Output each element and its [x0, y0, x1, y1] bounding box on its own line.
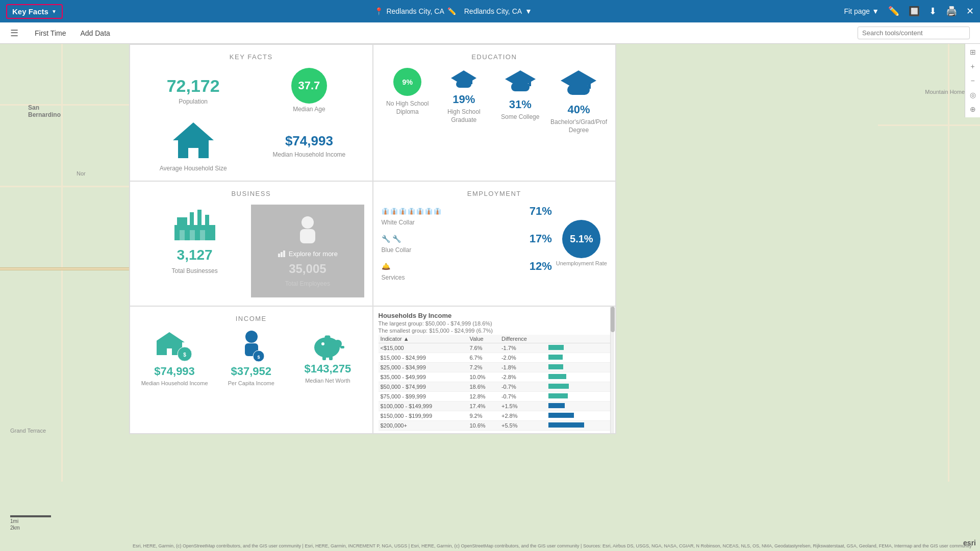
services-icons: 🛎️ [382, 262, 390, 271]
row-difference: -2.0% [499, 353, 546, 363]
hamburger-icon[interactable]: ☰ [10, 28, 18, 39]
business-left: 3,127 Total Businesses [138, 205, 251, 297]
explore-button[interactable]: Explore for more [278, 249, 338, 258]
scroll-track[interactable] [610, 307, 614, 433]
cap-college-icon [505, 68, 536, 96]
compass-icon[interactable]: ◎ [970, 91, 976, 99]
row-bar [546, 411, 610, 421]
key-facts-title: KEY FACTS [138, 53, 364, 61]
edu-no-hs: 9% No High School Diploma [382, 68, 434, 134]
grand-terrace-label: Grand Terrace [10, 428, 46, 434]
income-section: INCOME $ $74,993 Median Household Income [130, 306, 373, 434]
net-worth-item: $143,275 Median Net Worth [291, 330, 364, 387]
svg-point-27 [245, 331, 258, 343]
explore-overlay[interactable]: Explore for more 35,005 Total Employees [251, 205, 364, 297]
nav-tab-first-time[interactable]: First Time [33, 24, 68, 42]
close-icon[interactable]: ✕ [966, 6, 974, 17]
edit-icon-top[interactable]: ✏️ [888, 6, 899, 17]
print-icon[interactable]: 🖨️ [946, 6, 957, 17]
row-value: 10.0% [467, 372, 499, 382]
col-indicator: Indicator ▲ [379, 335, 468, 343]
households-section: Households By Income The largest group: … [373, 306, 616, 434]
row-difference: -2.8% [499, 372, 546, 382]
row-bar [546, 363, 610, 372]
minus-icon[interactable]: − [970, 77, 974, 85]
key-facts-section: KEY FACTS 72,172 Population 37.7 Median … [130, 44, 373, 181]
col-bar [546, 335, 610, 343]
person-icon-6: 👔 [425, 208, 433, 215]
income-title: INCOME [138, 315, 364, 322]
location-icon[interactable]: ⊕ [970, 105, 976, 113]
net-worth-label: Median Net Worth [305, 378, 350, 384]
row-bar [546, 372, 610, 382]
row-value: 9.2% [467, 411, 499, 421]
svg-text:2.7: 2.7 [188, 146, 198, 155]
unemployment-right: 5.1% Unemployment Rate [556, 220, 607, 266]
nav-bar: ☰ First Time Add Data [0, 22, 980, 44]
row-difference: -0.7% [499, 382, 546, 392]
panel-grid: KEY FACTS 72,172 Population 37.7 Median … [130, 44, 616, 434]
median-age-value: 37.7 [298, 79, 320, 92]
median-income-stat: $74,993 Median Household Income [254, 133, 364, 159]
row-bar [546, 353, 610, 363]
person-icon-3: 👔 [399, 208, 407, 215]
row-indicator: $150,000 - $199,999 [379, 411, 468, 421]
scroll-thumb[interactable] [611, 307, 615, 332]
per-capita-value: $37,952 [231, 365, 271, 378]
cap-hs-icon [451, 68, 476, 91]
services-row: 🛎️ 12% Services [382, 260, 552, 281]
population-stat: 72,172 Population [138, 76, 248, 106]
location2-item[interactable]: Redlands City, CA ▼ [464, 7, 532, 15]
svg-rect-18 [200, 230, 205, 240]
svg-text:$: $ [257, 355, 260, 360]
svg-rect-20 [300, 229, 315, 243]
edit-icon[interactable]: ✏️ [447, 7, 456, 15]
search-input[interactable] [858, 27, 970, 39]
row-bar [546, 421, 610, 431]
key-facts-grid: 72,172 Population 37.7 Median Age 2.7 [138, 68, 364, 172]
table-row: $35,000 - $49,99910.0%-2.8% [379, 372, 611, 382]
fit-page-button[interactable]: Fit page ▼ [844, 7, 879, 15]
share-icon[interactable]: 🔲 [909, 6, 920, 17]
fit-page-label: Fit page [844, 7, 870, 15]
row-bar [546, 343, 610, 353]
esri-logo: esri [963, 539, 976, 547]
download-icon[interactable]: ⬇ [929, 6, 937, 17]
key-facts-label: Key Facts [12, 7, 48, 16]
svg-rect-35 [322, 356, 326, 360]
row-difference: -0.7% [499, 392, 546, 402]
white-collar-row: 👔 👔 👔 👔 👔 👔 👔 71% White Collar [382, 205, 552, 226]
households-rows: <$15,0007.6%-1.7%$15,000 - $24,9996.7%-2… [379, 343, 611, 431]
key-facts-button[interactable]: Key Facts ▼ [6, 4, 63, 19]
table-row: $150,000 - $199,9999.2%+2.8% [379, 411, 611, 421]
education-title: EDUCATION [382, 53, 608, 61]
location1-text: Redlands City, CA [386, 7, 444, 15]
svg-text:$: $ [183, 352, 186, 358]
person-icon-2: 👔 [390, 208, 398, 215]
svg-rect-13 [190, 212, 194, 228]
row-value: 7.6% [467, 343, 499, 353]
house-icon-container: 2.7 [170, 120, 216, 163]
house-icon: 2.7 [170, 120, 216, 161]
mountain-home-label: Mountain Home [925, 89, 965, 95]
population-label: Population [179, 98, 208, 106]
chart-icon [278, 249, 286, 258]
svg-rect-34 [325, 336, 330, 339]
location1-item[interactable]: 📍 Redlands City, CA ✏️ [374, 7, 456, 15]
households-table: Indicator ▲ Value Difference <$15,0007.6… [379, 335, 611, 431]
total-employees-value: 35,005 [289, 262, 326, 276]
svg-rect-15 [205, 215, 209, 228]
svg-rect-10 [567, 85, 590, 95]
white-collar-label: White Collar [382, 219, 552, 226]
nav-tab-add-data[interactable]: Add Data [78, 24, 112, 42]
plus-icon[interactable]: + [970, 62, 974, 70]
edu-label-college: Some College [501, 113, 539, 121]
explore-label: Explore for more [289, 250, 338, 258]
row-indicator: $200,000+ [379, 421, 468, 431]
total-employees-label: Total Employees [285, 280, 330, 287]
person-icon-7: 👔 [434, 208, 441, 215]
svg-rect-7 [511, 83, 530, 91]
per-capita-item: $ $37,952 Per Capita Income [215, 330, 287, 387]
business-title: BUSINESS [138, 190, 364, 197]
grid-icon[interactable]: ⊞ [970, 48, 976, 56]
